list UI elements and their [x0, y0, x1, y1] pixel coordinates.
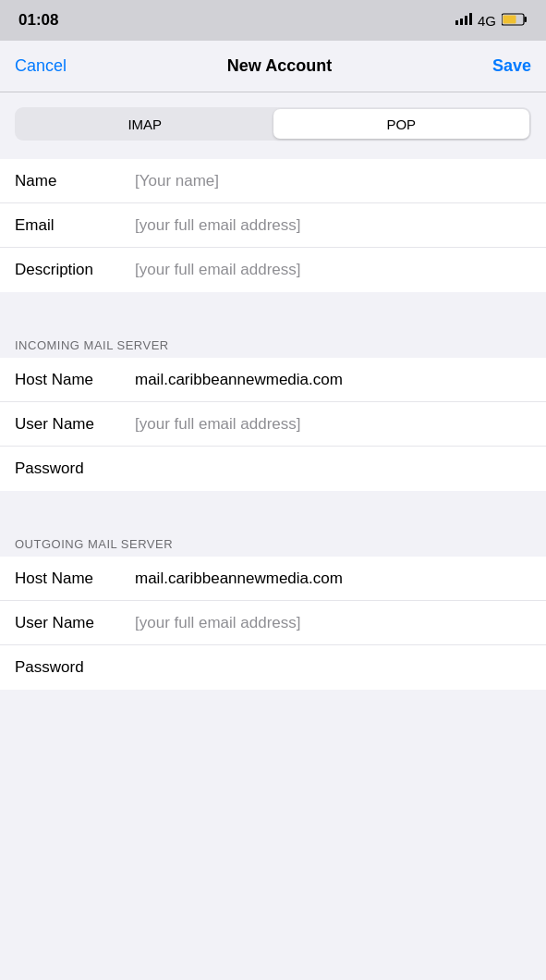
- outgoing-hostname-value: mail.caribbeannewmedia.com: [135, 570, 531, 588]
- incoming-header: INCOMING MAIL SERVER: [0, 325, 546, 358]
- cancel-button[interactable]: Cancel: [15, 56, 67, 76]
- svg-rect-0: [455, 20, 458, 25]
- spacer-1: [0, 292, 546, 322]
- name-value: [Your name]: [135, 172, 531, 190]
- outgoing-username-row[interactable]: User Name [your full email address]: [0, 601, 546, 645]
- name-label: Name: [15, 172, 135, 190]
- description-row[interactable]: Description [your full email address]: [0, 248, 546, 292]
- incoming-username-value: [your full email address]: [135, 415, 531, 434]
- description-value: [your full email address]: [135, 261, 531, 279]
- svg-rect-6: [504, 15, 516, 23]
- segment-pop[interactable]: POP: [273, 109, 530, 139]
- incoming-section: INCOMING MAIL SERVER Host Name mail.cari…: [0, 325, 546, 491]
- description-label: Description: [15, 261, 135, 279]
- segment-control: IMAP POP: [15, 107, 531, 141]
- incoming-username-row[interactable]: User Name [your full email address]: [0, 402, 546, 447]
- incoming-username-label: User Name: [15, 415, 135, 434]
- nav-bar: Cancel New Account Save: [0, 41, 546, 92]
- svg-rect-3: [469, 13, 472, 25]
- email-row[interactable]: Email [your full email address]: [0, 203, 546, 248]
- segment-imap[interactable]: IMAP: [17, 109, 273, 139]
- incoming-password-row[interactable]: Password: [0, 447, 546, 491]
- email-value: [your full email address]: [135, 216, 531, 235]
- outgoing-password-label: Password: [15, 658, 135, 677]
- account-form-group: Name [Your name] Email [your full email …: [0, 159, 546, 292]
- network-label: 4G: [478, 13, 496, 29]
- outgoing-username-value: [your full email address]: [135, 614, 531, 632]
- account-section: Name [Your name] Email [your full email …: [0, 159, 546, 292]
- status-time: 01:08: [18, 11, 58, 30]
- outgoing-username-label: User Name: [15, 614, 135, 632]
- outgoing-header: OUTGOING MAIL SERVER: [0, 524, 546, 557]
- outgoing-section: OUTGOING MAIL SERVER Host Name mail.cari…: [0, 524, 546, 690]
- incoming-hostname-value: mail.caribbeannewmedia.com: [135, 371, 531, 389]
- signal-icon: [455, 13, 472, 28]
- incoming-hostname-row[interactable]: Host Name mail.caribbeannewmedia.com: [0, 358, 546, 402]
- email-label: Email: [15, 216, 135, 235]
- incoming-form-group: Host Name mail.caribbeannewmedia.com Use…: [0, 358, 546, 491]
- segment-area: IMAP POP: [0, 92, 546, 155]
- outgoing-hostname-label: Host Name: [15, 570, 135, 588]
- status-icons: 4G: [455, 13, 528, 29]
- svg-rect-1: [460, 18, 463, 25]
- page-title: New Account: [227, 56, 332, 76]
- svg-rect-5: [525, 17, 528, 22]
- incoming-hostname-label: Host Name: [15, 371, 135, 389]
- outgoing-hostname-row[interactable]: Host Name mail.caribbeannewmedia.com: [0, 557, 546, 601]
- outgoing-form-group: Host Name mail.caribbeannewmedia.com Use…: [0, 557, 546, 690]
- outgoing-password-row[interactable]: Password: [0, 645, 546, 690]
- status-bar: 01:08 4G: [0, 0, 546, 41]
- battery-icon: [502, 13, 528, 29]
- incoming-password-label: Password: [15, 459, 135, 478]
- save-button[interactable]: Save: [492, 56, 531, 76]
- spacer-2: [0, 491, 546, 521]
- svg-rect-2: [465, 16, 467, 25]
- name-row[interactable]: Name [Your name]: [0, 159, 546, 203]
